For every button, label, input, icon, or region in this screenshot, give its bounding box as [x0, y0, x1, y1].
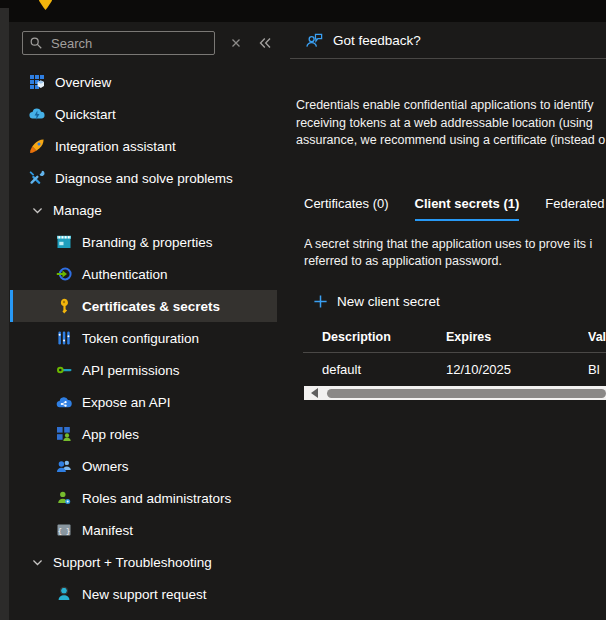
horizontal-scrollbar[interactable] [304, 386, 606, 400]
got-feedback-button[interactable]: Got feedback? [305, 31, 421, 50]
authentication-icon [56, 266, 72, 282]
sidebar-nav: OverviewQuickstartIntegration assistantD… [9, 66, 281, 610]
chevron-down-icon [31, 204, 44, 217]
sidebar-item-label: Owners [82, 459, 129, 474]
sidebar-item-label: Authentication [82, 267, 168, 282]
sidebar-item-label: API permissions [82, 363, 180, 378]
svg-text:{ }: { } [58, 527, 71, 535]
sidebar-item-label: Integration assistant [55, 139, 176, 154]
main-panel: Got feedback? Credentials enable confide… [281, 22, 606, 620]
sidebar-item-label: Branding & properties [82, 235, 213, 250]
sidebar-item-integration-assistant[interactable]: Integration assistant [10, 130, 277, 162]
command-bar-divider [290, 58, 606, 59]
sidebar-item-label: Overview [55, 75, 111, 90]
sidebar-item-app-roles[interactable]: App roles [10, 418, 277, 450]
sidebar-item-label: Support + Troubleshooting [53, 555, 212, 570]
quickstart-icon [29, 106, 45, 122]
owners-icon [56, 458, 72, 474]
roles-admins-icon [56, 490, 72, 506]
table-cell: 12/10/2025 [446, 362, 588, 377]
sidebar-item-label: Roles and administrators [82, 491, 231, 506]
api-permissions-icon [56, 362, 72, 378]
command-bar: Got feedback? [281, 22, 606, 58]
sidebar-item-label: Expose an API [82, 395, 171, 410]
outer-panel-edge [0, 8, 9, 620]
text-line: assurance, we recommend using a certific… [296, 132, 606, 150]
token-configuration-icon [56, 330, 72, 346]
diagnose-icon [29, 170, 45, 186]
column-header-expires[interactable]: Expires [446, 330, 588, 344]
sidebar-item-label: Manifest [82, 523, 133, 538]
text-line: referred to as application password. [304, 253, 606, 271]
sidebar-search-row [22, 30, 277, 56]
new-client-secret-label: New client secret [337, 294, 440, 309]
sidebar-item-owners[interactable]: Owners [10, 450, 277, 482]
tab-bar: Certificates (0)Client secrets (1)Federa… [304, 196, 606, 221]
tab-federated-c[interactable]: Federated c [545, 196, 606, 221]
got-feedback-label: Got feedback? [333, 33, 421, 48]
sidebar-item-label: Certificates & secrets [82, 299, 220, 314]
table-cell: default [322, 362, 446, 377]
scroll-left-arrow-icon[interactable] [311, 388, 318, 398]
sidebar-item-label: Quickstart [55, 107, 116, 122]
search-input[interactable] [49, 35, 210, 52]
plus-icon [313, 294, 328, 309]
sidebar-item-label: New support request [82, 587, 207, 602]
sidebar-item-token-configuration[interactable]: Token configuration [10, 322, 277, 354]
sidebar-item-diagnose-and-solve-problems[interactable]: Diagnose and solve problems [10, 162, 277, 194]
manifest-icon: { } [56, 522, 72, 538]
branding-icon [56, 234, 72, 250]
sidebar-section-manage[interactable]: Manage [10, 194, 277, 226]
sidebar-item-label: App roles [82, 427, 139, 442]
text-line: receiving tokens at a web addressable lo… [296, 115, 606, 133]
sidebar-item-quickstart[interactable]: Quickstart [10, 98, 277, 130]
text-line: Credentials enable confidential applicat… [296, 97, 606, 115]
clear-search-icon[interactable] [228, 35, 244, 51]
table-body: default12/10/2025Bl [281, 353, 606, 386]
credentials-description: Credentials enable confidential applicat… [296, 97, 606, 150]
new-support-request-icon [56, 586, 72, 602]
sidebar-item-branding-properties[interactable]: Branding & properties [10, 226, 277, 258]
expose-api-icon [56, 394, 72, 410]
key-icon [38, 0, 53, 10]
overview-icon [29, 74, 45, 90]
chevron-down-icon [31, 556, 44, 569]
sidebar: OverviewQuickstartIntegration assistantD… [9, 22, 281, 620]
search-icon [29, 36, 43, 50]
tab-certificates-0[interactable]: Certificates (0) [304, 196, 389, 221]
sidebar-item-roles-and-administrators[interactable]: Roles and administrators [10, 482, 277, 514]
sidebar-item-overview[interactable]: Overview [10, 66, 277, 98]
column-header-description[interactable]: Description [322, 330, 446, 344]
sidebar-item-expose-an-api[interactable]: Expose an API [10, 386, 277, 418]
client-secrets-description: A secret string that the application use… [304, 236, 606, 271]
page-header-strip [0, 0, 606, 22]
sidebar-item-authentication[interactable]: Authentication [10, 258, 277, 290]
text-line: A secret string that the application use… [304, 236, 606, 254]
table-cell: Bl [588, 362, 606, 377]
sidebar-item-label: Token configuration [82, 331, 199, 346]
table-header-row: DescriptionExpiresValue [281, 323, 606, 352]
sidebar-item-certificates-secrets[interactable]: Certificates & secrets [10, 290, 277, 322]
sidebar-item-label: Manage [53, 203, 102, 218]
sidebar-item-manifest[interactable]: { }Manifest [10, 514, 277, 546]
feedback-icon [305, 31, 324, 50]
table-row[interactable]: default12/10/2025Bl [281, 353, 606, 386]
tab-client-secrets-1[interactable]: Client secrets (1) [415, 196, 520, 221]
app-roles-icon [56, 426, 72, 442]
client-secrets-table: DescriptionExpiresValue default12/10/202… [281, 323, 606, 386]
collapse-sidebar-icon[interactable] [257, 35, 273, 51]
sidebar-item-api-permissions[interactable]: API permissions [10, 354, 277, 386]
scrollbar-thumb[interactable] [327, 389, 606, 398]
sidebar-section-support-troubleshooting[interactable]: Support + Troubleshooting [10, 546, 277, 578]
integration-assistant-icon [29, 138, 45, 154]
search-box[interactable] [22, 31, 215, 55]
sidebar-item-new-support-request[interactable]: New support request [10, 578, 277, 610]
sidebar-item-label: Diagnose and solve problems [55, 171, 233, 186]
new-client-secret-button[interactable]: New client secret [313, 292, 440, 312]
column-header-value[interactable]: Value [588, 330, 606, 344]
certificates-key-icon [56, 298, 72, 314]
